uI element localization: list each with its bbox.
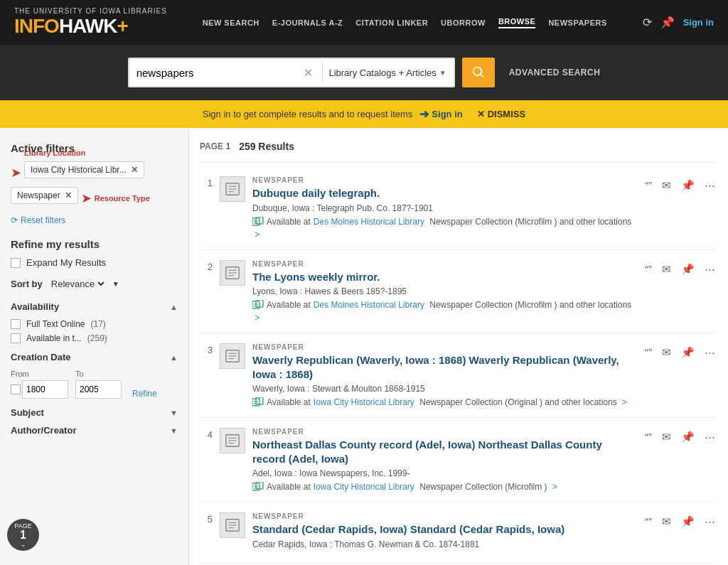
quote-button[interactable]: “” [643, 345, 654, 360]
nav-newspapers[interactable]: NEWSPAPERS [548, 18, 606, 27]
availability-section-header[interactable]: Availability ▲ [11, 301, 178, 312]
subject-section-header[interactable]: Subject ▼ [11, 407, 178, 418]
result-meta: Adel, Iowa : Iowa Newspapers, Inc. 1999- [252, 468, 636, 478]
pin-button[interactable]: 📌 [679, 262, 697, 277]
author-chevron-icon: ▼ [170, 426, 178, 435]
history-icon[interactable]: ⟳ [643, 16, 652, 29]
creation-date-label: Creation Date [11, 352, 71, 362]
header: THE UNIVERSITY OF IOWA LIBRARIES INFOHAW… [0, 0, 728, 45]
full-text-online-checkbox[interactable] [11, 319, 21, 329]
result-title[interactable]: Waverly Republican (Waverly, Iowa : 1868… [252, 353, 636, 381]
sign-in-button[interactable]: Sign in [683, 17, 714, 28]
banner-dismiss-button[interactable]: ✕ DISMISS [477, 109, 525, 119]
result-number: 3 [200, 343, 213, 407]
available-in-checkbox[interactable] [11, 333, 21, 343]
more-button[interactable]: ⋯ [702, 429, 717, 445]
main-content: Active filters ➤ Library Location Iowa C… [0, 128, 728, 565]
sort-row: Sort by Relevance Date Title ▼ [11, 278, 178, 290]
advanced-search-link[interactable]: ADVANCED SEARCH [509, 68, 601, 77]
result-body: NEWSPAPER Standard (Cedar Rapids, Iowa) … [252, 512, 636, 553]
avail-link[interactable]: Des Moines Historical Library [314, 217, 424, 227]
nav-new-search[interactable]: NEW SEARCH [203, 18, 259, 27]
result-title[interactable]: Standard (Cedar Rapids, Iowa) Standard (… [252, 522, 636, 537]
newspaper-icon [225, 348, 240, 364]
page-indicator-label: PAGE [14, 522, 31, 529]
avail-link[interactable]: Des Moines Historical Library [314, 300, 424, 310]
result-meta: Cedar Rapids, Iowa : Thomas G. Newman & … [252, 539, 636, 549]
expand-my-results-option: Expand My Results [11, 257, 178, 268]
banner-sign-in-button[interactable]: ➔ Sign in [419, 107, 462, 121]
nav-citation-linker[interactable]: CITATION LINKER [355, 18, 428, 27]
sort-chevron-icon: ▼ [112, 280, 119, 288]
library-filter-remove[interactable]: ✕ [131, 165, 138, 175]
creation-date-section-header[interactable]: Creation Date ▲ [11, 352, 178, 362]
subject-label: Subject [11, 407, 44, 418]
page-indicator[interactable]: PAGE 1 ⌄ [7, 519, 39, 551]
avail-link[interactable]: Iowa City Historical Library [314, 397, 414, 407]
search-scope-selector[interactable]: Library Catalogs + Articles ▼ [328, 68, 446, 78]
search-divider [322, 63, 323, 82]
nav-browse[interactable]: BROWSE [498, 17, 536, 28]
email-button[interactable]: ✉ [660, 429, 673, 445]
more-button[interactable]: ⋯ [702, 514, 717, 529]
search-input[interactable] [136, 67, 301, 79]
date-from-input[interactable] [22, 380, 68, 399]
result-title[interactable]: The Lyons weekly mirror. [252, 270, 636, 284]
library-location-annotation: Library Location [24, 149, 85, 157]
date-from-checkbox[interactable] [11, 384, 21, 394]
result-icon [220, 343, 245, 369]
author-label: Author/Creator [11, 425, 76, 436]
quote-button[interactable]: “” [643, 262, 654, 276]
result-body: NEWSPAPER Waverly Republican (Waverly, I… [252, 343, 636, 407]
quote-button[interactable]: “” [643, 429, 654, 444]
resource-filter-remove[interactable]: ✕ [65, 190, 72, 200]
quote-button[interactable]: “” [643, 514, 654, 529]
result-number: 2 [200, 260, 213, 323]
logo-info: INFO [14, 15, 59, 37]
date-to-input[interactable] [75, 380, 122, 399]
result-body: NEWSPAPER The Lyons weekly mirror. Lyons… [252, 260, 636, 323]
avail-collection: Newspaper Collection (Original ) and oth… [417, 397, 617, 407]
quote-button[interactable]: “” [643, 178, 654, 193]
resource-type-annotation: Resource Type [95, 194, 150, 203]
more-button[interactable]: ⋯ [702, 178, 717, 193]
avail-collection: Newspaper Collection (Microfilm ) [417, 482, 547, 492]
pin-button[interactable]: 📌 [679, 514, 697, 529]
result-item: 2 NEWSPAPER The Lyons weekly mirror. Lyo… [200, 250, 717, 334]
result-availability: Available at Des Moines Historical Libra… [252, 217, 636, 240]
date-refine-button[interactable]: Refine [132, 389, 157, 399]
more-button[interactable]: ⋯ [702, 345, 717, 360]
nav-ejournals[interactable]: E-JOURNALS A-Z [272, 18, 343, 27]
expand-my-results-checkbox[interactable] [11, 258, 21, 268]
available-in-count: (259) [87, 333, 107, 343]
email-button[interactable]: ✉ [660, 178, 673, 193]
sort-select[interactable]: Relevance Date Title [48, 278, 107, 290]
pin-button[interactable]: 📌 [679, 429, 697, 445]
avail-link[interactable]: Iowa City Historical Library [314, 482, 414, 492]
result-item: 1 NEWSPAPER Dubuque daily telegraph. Dub… [200, 166, 717, 250]
result-title[interactable]: Dubuque daily telegraph. [252, 186, 636, 200]
email-button[interactable]: ✉ [660, 345, 673, 360]
pin-icon[interactable]: 📌 [660, 16, 675, 29]
creation-date-chevron-icon: ▲ [170, 353, 178, 362]
newspaper-icon [225, 433, 240, 448]
result-title[interactable]: Northeast Dallas County record (Adel, Io… [252, 438, 636, 466]
nav-links: NEW SEARCH E-JOURNALS A-Z CITATION LINKE… [203, 17, 607, 28]
pin-button[interactable]: 📌 [679, 345, 697, 360]
more-button[interactable]: ⋯ [702, 262, 717, 277]
resource-type-arrow: ➤ [81, 190, 92, 206]
avail-text: Available at [267, 397, 311, 407]
result-actions: “” ✉ 📌 ⋯ [643, 260, 717, 323]
result-icon [220, 176, 245, 202]
reset-filters-button[interactable]: ⟳ Reset filters [11, 215, 178, 225]
pin-button[interactable]: 📌 [679, 178, 697, 193]
search-clear-icon[interactable]: ✕ [300, 66, 316, 80]
email-button[interactable]: ✉ [660, 514, 673, 529]
search-button[interactable] [462, 58, 495, 87]
nav-uborrow[interactable]: UBORROW [441, 18, 486, 27]
avail-collection: Newspaper Collection (Microfilm ) and ot… [427, 300, 631, 310]
email-button[interactable]: ✉ [660, 262, 673, 277]
result-actions: “” ✉ 📌 ⋯ [643, 428, 717, 492]
author-section-header[interactable]: Author/Creator ▼ [11, 425, 178, 436]
dismiss-x-icon: ✕ [477, 109, 485, 119]
